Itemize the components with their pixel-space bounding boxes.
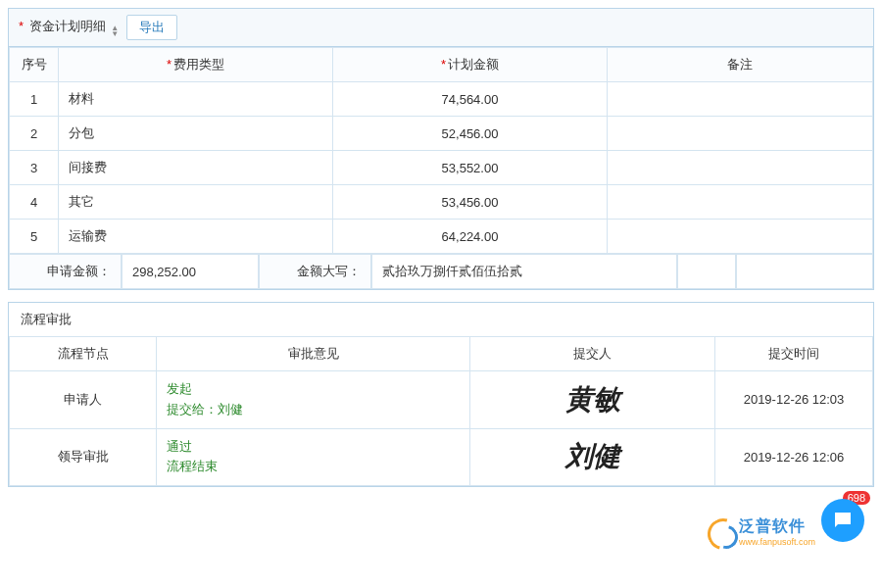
- cell-node: 申请人: [10, 371, 157, 429]
- cell-type: 材料: [59, 82, 333, 117]
- sort-icon[interactable]: ▲▼: [111, 25, 119, 37]
- summary-pad1: [677, 254, 736, 289]
- cell-remark: [608, 220, 873, 254]
- col-seq-header: 序号: [10, 48, 59, 82]
- panel-title-wrap: * 资金计划明细 ▲▼: [19, 18, 119, 37]
- cell-type: 运输费: [59, 220, 333, 254]
- fund-plan-detail-panel: * 资金计划明细 ▲▼ 导出 序号 *费用类型 *计划金额 备注 1材料74,5…: [8, 8, 874, 290]
- cell-remark: [608, 117, 873, 151]
- signature-text: 刘健: [565, 441, 620, 471]
- cell-amount: 64,224.00: [333, 220, 608, 254]
- summary-row: 申请金额： 298,252.00 金额大写： 贰拾玖万捌仟贰佰伍拾贰: [9, 254, 873, 289]
- cell-time: 2019-12-26 12:03: [715, 371, 873, 429]
- approval-row: 申请人发起提交给：刘健黄敏2019-12-26 12:03: [10, 371, 873, 429]
- detail-table: 序号 *费用类型 *计划金额 备注 1材料74,564.002分包52,456.…: [9, 47, 873, 254]
- brand-logo-icon: [708, 518, 735, 546]
- cell-amount: 53,552.00: [333, 151, 608, 185]
- detail-panel-header: * 资金计划明细 ▲▼ 导出: [9, 9, 873, 47]
- col-remark-header: 备注: [608, 48, 873, 82]
- table-row[interactable]: 2分包52,456.00: [10, 117, 873, 151]
- cell-remark: [608, 82, 873, 117]
- col-submitter-header: 提交人: [470, 337, 715, 371]
- cell-node: 领导审批: [10, 428, 157, 486]
- col-type-header: *费用类型: [59, 48, 333, 82]
- approval-panel: 流程审批 流程节点 审批意见 提交人 提交时间 申请人发起提交给：刘健黄敏201…: [8, 302, 874, 487]
- amount-cn-value: 贰拾玖万捌仟贰佰伍拾贰: [371, 254, 677, 289]
- export-button[interactable]: 导出: [126, 15, 177, 40]
- panel-title: 资金计划明细: [29, 19, 106, 33]
- required-star: *: [19, 19, 24, 33]
- table-row[interactable]: 1材料74,564.00: [10, 82, 873, 117]
- col-node-header: 流程节点: [10, 337, 157, 371]
- brand-text: 泛普软件 www.fanpusoft.com: [739, 516, 815, 547]
- col-opinion-header: 审批意见: [157, 337, 470, 371]
- cell-time: 2019-12-26 12:06: [715, 428, 873, 486]
- table-row[interactable]: 4其它53,456.00: [10, 185, 873, 220]
- approval-panel-title: 流程审批: [9, 303, 873, 336]
- cell-amount: 52,456.00: [333, 117, 608, 151]
- col-amount-header: *计划金额: [333, 48, 608, 82]
- cell-seq: 5: [10, 220, 59, 254]
- cell-submitter: 刘健: [470, 428, 715, 486]
- table-row[interactable]: 5运输费64,224.00: [10, 220, 873, 254]
- footer-area: 698 泛普软件 www.fanpusoft.com: [8, 499, 874, 567]
- cell-seq: 2: [10, 117, 59, 151]
- chat-button[interactable]: [821, 499, 864, 542]
- approval-header-row: 流程节点 审批意见 提交人 提交时间: [10, 337, 873, 371]
- cell-type: 间接费: [59, 151, 333, 185]
- approval-row: 领导审批通过流程结束刘健2019-12-26 12:06: [10, 428, 873, 486]
- cell-opinion: 发起提交给：刘健: [157, 371, 470, 429]
- brand-logo-area: 泛普软件 www.fanpusoft.com: [708, 516, 815, 547]
- cell-amount: 74,564.00: [333, 82, 608, 117]
- table-header-row: 序号 *费用类型 *计划金额 备注: [10, 48, 873, 82]
- col-time-header: 提交时间: [715, 337, 873, 371]
- cell-remark: [608, 151, 873, 185]
- brand-name-cn: 泛普软件: [739, 516, 815, 537]
- cell-seq: 3: [10, 151, 59, 185]
- apply-amount-label: 申请金额：: [9, 254, 122, 289]
- cell-submitter: 黄敏: [470, 371, 715, 429]
- signature-text: 黄敏: [565, 384, 620, 415]
- cell-amount: 53,456.00: [333, 185, 608, 220]
- cell-remark: [608, 185, 873, 220]
- cell-type: 分包: [59, 117, 333, 151]
- summary-pad2: [736, 254, 873, 289]
- apply-amount-value: 298,252.00: [122, 254, 259, 289]
- cell-type: 其它: [59, 185, 333, 220]
- approval-table: 流程节点 审批意见 提交人 提交时间 申请人发起提交给：刘健黄敏2019-12-…: [9, 336, 873, 486]
- brand-name-en: www.fanpusoft.com: [739, 537, 815, 547]
- table-row[interactable]: 3间接费53,552.00: [10, 151, 873, 185]
- cell-seq: 1: [10, 82, 59, 117]
- cell-opinion: 通过流程结束: [157, 428, 470, 486]
- chat-icon: [831, 509, 855, 532]
- cell-seq: 4: [10, 185, 59, 220]
- amount-cn-label: 金额大写：: [259, 254, 371, 289]
